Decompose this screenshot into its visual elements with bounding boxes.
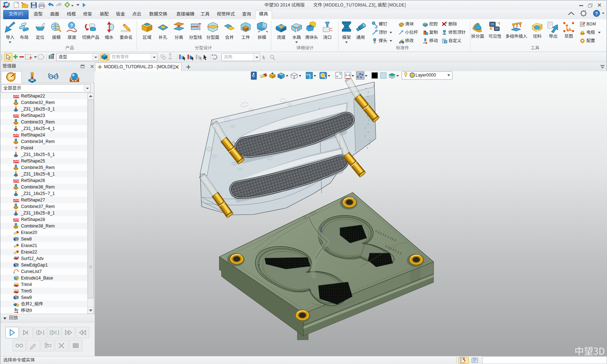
svg-text:?: ? <box>70 23 73 28</box>
svg-text:?: ? <box>595 11 598 16</box>
